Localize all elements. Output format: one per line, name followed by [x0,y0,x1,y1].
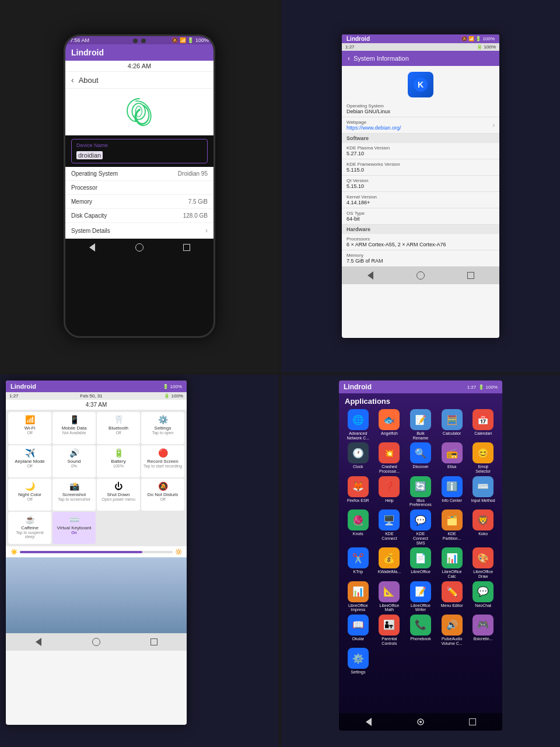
app-discover[interactable]: 🔍 Discover [406,442,435,473]
bl-tile-dnd-sub: Off [160,497,165,501]
app-emoji-selector[interactable]: 😊 Emoji Selector [468,442,498,473]
tl-nav-recents[interactable] [181,242,192,253]
tr-webpage-item[interactable]: Webpage https://www.debian.org/ › [342,117,499,134]
tr-hw-cpu-value: 6 × ARM Cortex-A55, 2 × ARM Cortex-A76 [346,242,495,247]
br-app-row-1: 🌐 Advanced Network C... 🐟 Angelfish 📝 Bu… [344,409,498,440]
app-kde-connect[interactable]: 🖥️ KDE Connect [375,509,404,545]
app-koko[interactable]: 🦁 Koko [468,509,498,545]
bulk-rename-icon: 📝 [410,409,431,430]
app-pulseaudio[interactable]: 🔊 PulseAudio Volume C... [438,615,467,645]
tl-nav-back[interactable] [87,242,97,253]
app-libreoffice-writer[interactable]: 📝 LibreOffice Writer [406,581,435,612]
br-content-area: Applications 🌐 Advanced Network C... 🐟 A… [339,393,502,680]
app-libreoffice-math[interactable]: 📐 LibreOffice Math [375,581,404,612]
bl-tile-battery[interactable]: 🔋 Battery 100% [97,445,140,477]
advanced-network-icon: 🌐 [348,409,369,430]
tl-row-sysdetails[interactable]: System Details › [65,223,214,239]
app-angelfish[interactable]: 🐟 Angelfish [375,409,404,440]
app-clock[interactable]: 🕐 Clock [344,442,373,473]
br-nav-back[interactable] [363,717,374,727]
tr-nav-home[interactable] [415,270,426,281]
app-input-method[interactable]: ⌨️ Input Method [468,476,498,507]
app-help[interactable]: ❓ Help [375,476,404,507]
bl-tile-airplane[interactable]: ✈️ Airplane Mode Off [8,445,51,477]
app-bulk-rename[interactable]: 📝 Bulk Rename [406,409,435,440]
help-icon: ❓ [379,476,400,497]
app-calculator[interactable]: 🧮 Calculator [438,409,467,440]
bl-tile-mobiledata[interactable]: 📱 Mobile Data Not Available [52,412,96,444]
bl-nav-back[interactable] [33,637,44,647]
app-libreoffice[interactable]: 📄 LibreOffice [406,547,435,578]
tl-navbar [65,239,214,256]
tr-nav-recents[interactable] [466,270,476,281]
app-settings[interactable]: ⚙️ Settings [344,648,373,675]
bl-tile-screenshot[interactable]: 📸 Screenshot Tap to screenshot [52,479,96,511]
tr-nav-back[interactable] [365,270,376,281]
tl-nav-home[interactable] [134,242,145,253]
tl-info-rows: Operating System Droidian 95 Processor M… [65,167,214,239]
app-kwallet[interactable]: 💰 KWalletMa... [375,547,404,578]
app-elisa[interactable]: 📻 Elisa [438,442,467,473]
bl-tile-caffeine[interactable]: ☕ Caffeine Tap to suspend sleep [8,512,51,544]
app-kde-connect-sms[interactable]: 💬 KDE Connect SMS [406,509,435,545]
bl-tile-dnd[interactable]: 🔕 Do Not Disturb Off [141,479,184,511]
bl-tile-vkb-name: Virtual Keyboard [57,525,92,530]
app-advanced-network[interactable]: 🌐 Advanced Network C... [344,409,373,440]
bl-tile-recordscreen[interactable]: 🔴 Record Screen Tap to start recording [141,445,184,477]
tl-row-os: Operating System Droidian 95 [65,167,214,181]
bl-tile-settings[interactable]: ⚙️ Settings Tap to open [141,412,184,444]
app-bsicretin[interactable]: 🎮 Bsicretin... [468,615,498,645]
bl-tile-shutdown[interactable]: ⏻ Shut Down Open power menu [97,479,140,511]
app-ibus[interactable]: 🔄 IBus Preferences [406,476,435,507]
bl-brightness-control[interactable]: ☀️ 🔆 [6,546,187,557]
bl-tile-bluetooth[interactable]: 🦷 Bluetooth Off [97,412,140,444]
tr-back-button[interactable]: ‹ [348,54,350,62]
tl-row-memory: Memory 7.5 GiB [65,195,214,209]
tl-label-disk: Disk Capacity [71,212,107,219]
bl-tile-sound[interactable]: 🔊 Sound 0% [52,445,96,477]
tl-row-disk: Disk Capacity 128.0 GB [65,209,214,223]
app-koko-label: Koko [478,532,488,536]
app-menu-editor[interactable]: ✏️ Menu Editor [438,581,467,612]
bl-tile-wifi[interactable]: 📶 Wi-Fi Off [8,412,51,444]
app-knots-label: Knots [353,532,363,536]
app-help-label: Help [385,498,393,503]
app-libreoffice-calc[interactable]: 📊 LibreOffice Calc [438,547,467,578]
bl-tile-battery-name: Battery [111,459,125,464]
app-calendari[interactable]: 📅 Calendari [468,409,498,440]
tl-back-button[interactable]: ‹ [71,75,74,85]
bl-tile-vkeyboard[interactable]: ⌨️ Virtual Keyboard On [52,512,96,544]
bl-tile-shutdown-sub: Open power menu [102,497,135,501]
br-nav-home[interactable] [415,717,426,727]
app-firefox[interactable]: 🦊 Firefox ESR [344,476,373,507]
app-crashed-processes[interactable]: 💥 Crashed Processe... [375,442,404,473]
app-phonebook-label: Phonebook [410,637,430,641]
ibus-icon: 🔄 [410,476,431,497]
bl-nav-recents[interactable] [149,637,159,647]
bl-nav-home[interactable] [91,637,102,647]
app-ktrip[interactable]: ✂️ KTrip [344,547,373,578]
tl-app-title: Lindroid [71,48,104,57]
bl-tile-nightcolor[interactable]: 🌙 Night Color Off [8,479,51,511]
angelfish-icon: 🐟 [379,409,400,430]
app-ktrip-label: KTrip [354,570,363,574]
app-okular[interactable]: 📖 Okular [344,615,373,645]
app-kwallet-label: KWalletMa... [378,570,401,574]
app-parental-controls[interactable]: 👨‍👧 Parental Controls [375,615,404,645]
bl-brightness-bar[interactable] [20,551,173,553]
app-libreoffice-draw[interactable]: 🎨 LibreOffice Draw [468,547,498,578]
app-libreoffice-impress[interactable]: 📊 LibreOffice Impress [344,581,373,612]
app-kde-connect-label: KDE Connect [377,532,401,540]
app-phonebook[interactable]: 📞 Phonebook [406,615,435,645]
bl-tile-battery-sub: 100% [113,464,124,468]
br-nav-recents[interactable] [467,717,478,727]
bl-tile-sound-name: Sound [67,459,80,464]
app-info-center[interactable]: ℹ️ Info Center [438,476,467,507]
tr-webpage-content: Webpage https://www.debian.org/ [346,120,401,131]
app-knots[interactable]: 🧶 Knots [344,509,373,545]
tl-device-name-field[interactable]: Device Name droidian [71,139,208,163]
app-neochat[interactable]: 💬 NeoChat [468,581,498,612]
br-app-title: Lindroid [344,383,372,391]
tl-value-disk: 128.0 GB [183,212,208,219]
app-kde-partition[interactable]: 🗂️ KDE Partition... [438,509,467,545]
